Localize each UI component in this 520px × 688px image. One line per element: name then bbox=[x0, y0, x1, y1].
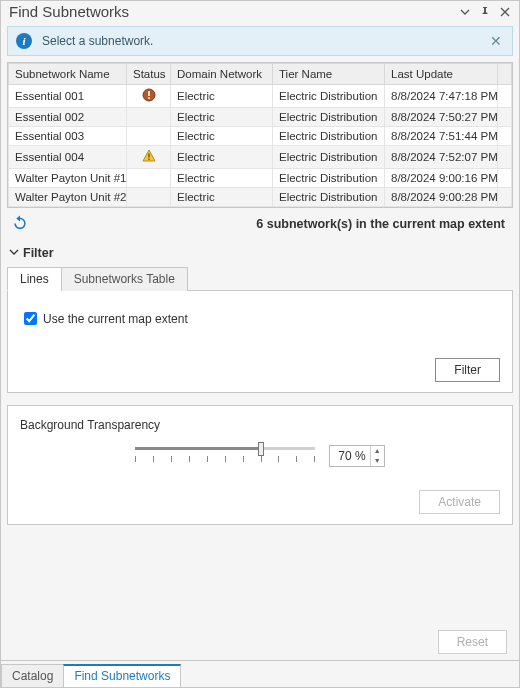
table-row[interactable]: Essential 003ElectricElectric Distributi… bbox=[9, 127, 512, 146]
cell-subnetwork-name: Walter Payton Unit #1 bbox=[9, 169, 127, 188]
col-last-update[interactable]: Last Update bbox=[385, 64, 498, 85]
info-icon: i bbox=[16, 33, 32, 49]
spinner-down-icon[interactable]: ▼ bbox=[371, 456, 384, 466]
svg-rect-4 bbox=[148, 159, 149, 160]
cell-subnetwork-name: Essential 003 bbox=[9, 127, 127, 146]
use-extent-label: Use the current map extent bbox=[43, 312, 188, 326]
cell-subnetwork-name: Essential 001 bbox=[9, 85, 127, 108]
filter-button[interactable]: Filter bbox=[435, 358, 500, 382]
cell-last-update: 8/8/2024 7:52:07 PM bbox=[385, 146, 498, 169]
transparency-slider[interactable] bbox=[135, 442, 315, 470]
col-status[interactable]: Status bbox=[127, 64, 171, 85]
cell-status bbox=[127, 146, 171, 169]
pane-title: Find Subnetworks bbox=[9, 3, 453, 20]
cell-subnetwork-name: Essential 002 bbox=[9, 108, 127, 127]
cell-last-update: 8/8/2024 7:47:18 PM bbox=[385, 85, 498, 108]
cell-tier-name: Electric Distribution bbox=[273, 127, 385, 146]
chevron-down-icon bbox=[9, 246, 19, 260]
col-spacer bbox=[498, 64, 512, 85]
subnetwork-count-summary: 6 subnetwork(s) in the current map exten… bbox=[31, 217, 509, 231]
svg-rect-1 bbox=[148, 91, 150, 96]
cell-status bbox=[127, 108, 171, 127]
cell-domain-network: Electric bbox=[171, 146, 273, 169]
use-extent-checkbox[interactable] bbox=[24, 312, 37, 325]
filter-expander[interactable]: Filter bbox=[7, 244, 513, 264]
transparency-spinner[interactable]: 70 % ▲ ▼ bbox=[329, 445, 384, 467]
reset-button[interactable]: Reset bbox=[438, 630, 507, 654]
table-header-row: Subnetwork Name Status Domain Network Ti… bbox=[9, 64, 512, 85]
cell-tier-name: Electric Distribution bbox=[273, 146, 385, 169]
activate-button[interactable]: Activate bbox=[419, 490, 500, 514]
titlebar: Find Subnetworks bbox=[1, 1, 519, 24]
cell-last-update: 8/8/2024 9:00:16 PM bbox=[385, 169, 498, 188]
use-extent-row[interactable]: Use the current map extent bbox=[20, 309, 500, 328]
cell-last-update: 8/8/2024 7:51:44 PM bbox=[385, 127, 498, 146]
cell-last-update: 8/8/2024 7:50:27 PM bbox=[385, 108, 498, 127]
spinner-up-icon[interactable]: ▲ bbox=[371, 446, 384, 456]
bottom-tab-catalog[interactable]: Catalog bbox=[1, 664, 64, 687]
col-tier-name[interactable]: Tier Name bbox=[273, 64, 385, 85]
options-chevron-icon[interactable] bbox=[457, 4, 473, 20]
cell-status bbox=[127, 188, 171, 207]
cell-tier-name: Electric Distribution bbox=[273, 85, 385, 108]
cell-status bbox=[127, 127, 171, 146]
table-row[interactable]: Essential 002ElectricElectric Distributi… bbox=[9, 108, 512, 127]
cell-domain-network: Electric bbox=[171, 127, 273, 146]
cell-last-update: 8/8/2024 9:00:28 PM bbox=[385, 188, 498, 207]
transparency-value: 70 % bbox=[330, 449, 369, 463]
svg-rect-3 bbox=[148, 154, 149, 158]
pin-icon[interactable] bbox=[477, 4, 493, 20]
bottom-tabstrip: Catalog Find Subnetworks bbox=[1, 660, 519, 687]
tab-lines[interactable]: Lines bbox=[7, 267, 62, 291]
close-icon[interactable] bbox=[497, 4, 513, 20]
cell-tier-name: Electric Distribution bbox=[273, 188, 385, 207]
info-message: Select a subnetwork. bbox=[42, 34, 488, 48]
col-subnetwork-name[interactable]: Subnetwork Name bbox=[9, 64, 127, 85]
cell-domain-network: Electric bbox=[171, 169, 273, 188]
table-row[interactable]: Walter Payton Unit #2ElectricElectric Di… bbox=[9, 188, 512, 207]
table-row[interactable]: Walter Payton Unit #1ElectricElectric Di… bbox=[9, 169, 512, 188]
cell-tier-name: Electric Distribution bbox=[273, 169, 385, 188]
cell-status bbox=[127, 169, 171, 188]
filter-header-label: Filter bbox=[23, 246, 54, 260]
col-domain-network[interactable]: Domain Network bbox=[171, 64, 273, 85]
svg-rect-2 bbox=[148, 97, 150, 99]
bottom-tab-find-subnetworks[interactable]: Find Subnetworks bbox=[63, 664, 181, 687]
bg-transparency-label: Background Transparency bbox=[20, 418, 500, 432]
cell-domain-network: Electric bbox=[171, 188, 273, 207]
cell-domain-network: Electric bbox=[171, 85, 273, 108]
tab-subnetworks-table[interactable]: Subnetworks Table bbox=[61, 267, 188, 291]
subnetworks-table: Subnetwork Name Status Domain Network Ti… bbox=[7, 62, 513, 208]
cell-status bbox=[127, 85, 171, 108]
info-close-icon[interactable]: ✕ bbox=[488, 33, 504, 49]
cell-subnetwork-name: Essential 004 bbox=[9, 146, 127, 169]
filter-tabs: Lines Subnetworks Table bbox=[7, 266, 513, 291]
table-row[interactable]: Essential 004ElectricElectric Distributi… bbox=[9, 146, 512, 169]
table-row[interactable]: Essential 001ElectricElectric Distributi… bbox=[9, 85, 512, 108]
cell-tier-name: Electric Distribution bbox=[273, 108, 385, 127]
info-bar: i Select a subnetwork. ✕ bbox=[7, 26, 513, 56]
cell-subnetwork-name: Walter Payton Unit #2 bbox=[9, 188, 127, 207]
cell-domain-network: Electric bbox=[171, 108, 273, 127]
refresh-icon[interactable] bbox=[11, 214, 31, 234]
